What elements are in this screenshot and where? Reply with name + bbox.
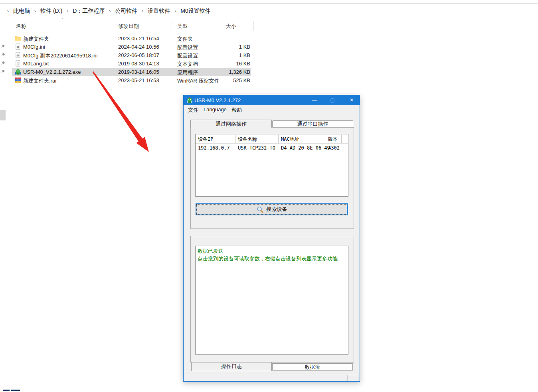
ini-file-icon bbox=[15, 52, 21, 58]
usr-m0-dialog: USR-M0 V2.2.1.272 — ▢ ✕ 文件 Language 帮助 通… bbox=[183, 95, 360, 382]
device-col-name[interactable]: 设备名称 bbox=[238, 136, 257, 143]
chevron-right-icon: › bbox=[67, 8, 68, 14]
tab-network-operation[interactable]: 通过网络操作 bbox=[190, 120, 272, 128]
usr-app-icon bbox=[186, 97, 193, 103]
device-list[interactable]: 设备IP 设备名称 MAC地址 版本 192.168.0.7 USR-TCP23… bbox=[195, 134, 348, 197]
file-name: USR-M0_V2.2.1.272.exe bbox=[23, 69, 81, 75]
column-divider bbox=[341, 135, 342, 143]
ini-file-icon bbox=[15, 43, 21, 50]
file-row-m0lang-txt[interactable]: M0Lang.txt 2019-08-30 14:13 文本文档 16 KB bbox=[0, 59, 263, 68]
dialog-statusbar bbox=[184, 374, 360, 381]
menu-language[interactable]: Language bbox=[204, 106, 227, 112]
column-divider[interactable] bbox=[113, 21, 113, 31]
file-size: 525 KB bbox=[210, 77, 250, 83]
column-divider[interactable] bbox=[221, 21, 221, 31]
file-date: 2024-04-24 10:56 bbox=[118, 44, 159, 50]
device-col-mac[interactable]: MAC地址 bbox=[281, 136, 299, 143]
breadcrumb: › 此电脑 › 软件 (D:) › D：工作程序 › 公司软件 › 设置软件 ›… bbox=[0, 4, 538, 18]
file-type: 应用程序 bbox=[177, 69, 198, 76]
column-header-size[interactable]: 大小 bbox=[226, 23, 236, 30]
log-line: 点击搜到的设备可读取参数，右键点击设备列表显示更多功能 bbox=[198, 255, 346, 262]
maximize-button[interactable]: ▢ bbox=[326, 95, 339, 105]
chevron-right-icon: › bbox=[174, 8, 176, 14]
file-row-rar[interactable]: 新建文件夹.rar 2023-05-21 16:53 WinRAR 压缩文件 5… bbox=[0, 76, 263, 85]
file-date: 2022-06-05 18:07 bbox=[118, 52, 159, 58]
device-ip[interactable]: 192.168.0.7 bbox=[198, 145, 229, 151]
breadcrumb-m0-setup[interactable]: M0设置软件 bbox=[180, 8, 210, 15]
column-divider bbox=[325, 135, 325, 143]
winrar-icon bbox=[15, 77, 21, 83]
file-size: 1,326 KB bbox=[210, 69, 250, 75]
file-size: 16 KB bbox=[210, 61, 250, 67]
header-underline bbox=[196, 143, 348, 144]
magnifier-icon bbox=[257, 206, 263, 213]
minimize-button[interactable]: — bbox=[308, 95, 321, 105]
file-type: 文本文档 bbox=[177, 61, 198, 68]
file-size: 1 KB bbox=[210, 52, 250, 58]
chevron-right-icon: › bbox=[7, 8, 9, 14]
breadcrumb-this-pc[interactable]: 此电脑 bbox=[13, 8, 30, 15]
sort-ascending-icon: ˆ bbox=[62, 18, 63, 23]
column-header-type[interactable]: 类型 bbox=[177, 23, 188, 30]
file-size: 1 KB bbox=[210, 44, 250, 50]
txt-file-icon bbox=[15, 60, 21, 67]
column-divider bbox=[235, 135, 235, 143]
column-header-name[interactable]: 名称 bbox=[16, 23, 26, 30]
chevron-right-icon: › bbox=[142, 8, 143, 14]
device-mac[interactable]: D4 AD 20 8E 06 49 bbox=[281, 145, 330, 151]
file-date: 2023-05-21 16:54 bbox=[118, 35, 159, 41]
file-name: M0Cfg-副本20220614095918.ini bbox=[23, 52, 97, 59]
device-col-ip[interactable]: 设备IP bbox=[198, 136, 213, 143]
tab-operation-log[interactable]: 操作日志 bbox=[191, 362, 272, 371]
chevron-right-icon: › bbox=[34, 8, 36, 14]
tab-data-stream[interactable]: 数据流 bbox=[272, 363, 353, 371]
menu-help[interactable]: 帮助 bbox=[231, 106, 242, 114]
file-name: M0Lang.txt bbox=[23, 61, 49, 67]
breadcrumb-company-software[interactable]: 公司软件 bbox=[115, 8, 137, 15]
close-button[interactable]: ✕ bbox=[345, 95, 358, 105]
breadcrumb-setup-software[interactable]: 设置软件 bbox=[148, 8, 170, 15]
statusbar-grip bbox=[347, 375, 358, 381]
search-device-button[interactable]: 搜索设备 bbox=[196, 203, 348, 215]
file-type: 文件夹 bbox=[177, 35, 193, 43]
column-divider[interactable] bbox=[172, 21, 172, 31]
pushpin-icon bbox=[1, 44, 5, 49]
tab-serial-operation[interactable]: 通过串口操作 bbox=[272, 120, 353, 128]
operation-log-area: 数据已发送 点击搜到的设备可读取参数，右键点击设备列表显示更多功能 bbox=[195, 246, 348, 355]
file-name: M0Cfg.ini bbox=[23, 44, 45, 50]
file-row-m0cfg-ini[interactable]: M0Cfg.ini 2024-04-24 10:56 配置设置 1 KB bbox=[0, 43, 263, 51]
pushpin-icon bbox=[1, 61, 5, 65]
device-name[interactable]: USR-TCP232-TO bbox=[238, 145, 275, 151]
file-type: 配置设置 bbox=[177, 44, 198, 51]
breadcrumb-work-folder[interactable]: D：工作程序 bbox=[73, 8, 105, 15]
column-divider[interactable] bbox=[253, 21, 254, 31]
file-row-m0cfg-copy-ini[interactable]: M0Cfg-副本20220614095918.ini 2022-06-05 18… bbox=[0, 51, 263, 59]
device-version[interactable]: 4302 bbox=[328, 145, 340, 151]
nav-scrollbar-thumb[interactable] bbox=[0, 110, 6, 120]
breadcrumb-drive-d[interactable]: 软件 (D:) bbox=[40, 8, 62, 15]
file-name: 新建文件夹.rar bbox=[23, 77, 57, 85]
folder-icon bbox=[15, 35, 21, 41]
file-row-usr-m0-exe[interactable]: USR-M0_V2.2.1.272.exe 2019-03-14 16:05 应… bbox=[0, 68, 263, 76]
chevron-right-icon: › bbox=[109, 8, 111, 14]
device-col-version[interactable]: 版本 bbox=[328, 136, 338, 143]
file-date: 2023-05-21 16:53 bbox=[118, 77, 159, 83]
dialog-title: USR-M0 V2.2.1.272 bbox=[194, 97, 241, 103]
taskbar-remnant bbox=[11, 390, 20, 391]
log-line: 数据已发送 bbox=[198, 247, 346, 255]
pushpin-icon bbox=[1, 69, 5, 74]
dialog-titlebar[interactable]: USR-M0 V2.2.1.272 — ▢ ✕ bbox=[184, 95, 360, 105]
pushpin-icon bbox=[1, 53, 5, 57]
screen: › 此电脑 › 软件 (D:) › D：工作程序 › 公司软件 › 设置软件 ›… bbox=[0, 0, 538, 392]
file-date: 2019-08-30 14:13 bbox=[118, 61, 159, 67]
usr-app-icon bbox=[15, 69, 21, 75]
file-date: 2019-03-14 16:05 bbox=[118, 69, 159, 75]
menu-file[interactable]: 文件 bbox=[188, 106, 198, 114]
taskbar-remnant bbox=[3, 390, 10, 391]
column-header-date[interactable]: 修改日期 bbox=[118, 23, 139, 30]
dialog-menubar: 文件 Language 帮助 bbox=[184, 105, 360, 114]
search-device-label: 搜索设备 bbox=[267, 206, 287, 213]
file-name: 新建文件夹 bbox=[23, 35, 49, 43]
column-divider bbox=[278, 135, 279, 143]
file-row-folder[interactable]: 新建文件夹 2023-05-21 16:54 文件夹 bbox=[0, 34, 263, 43]
